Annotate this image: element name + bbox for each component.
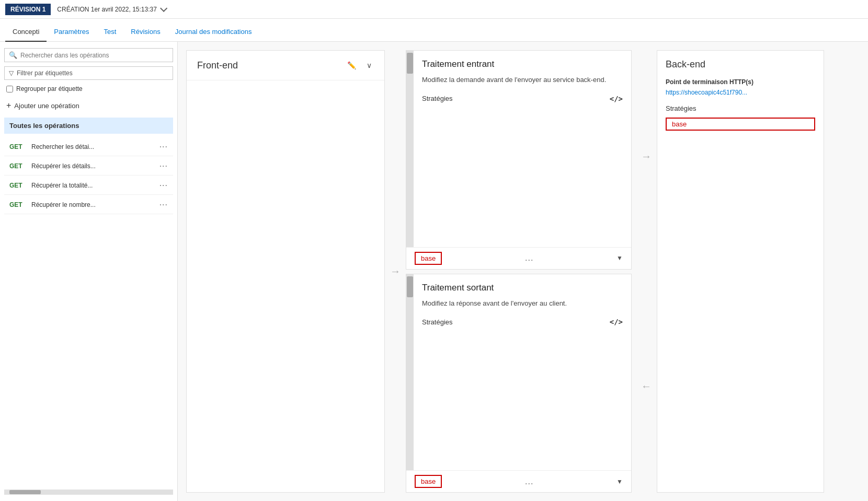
sidebar-scroll-thumb — [9, 490, 41, 494]
content-area: Front-end ✏️ ∨ → Traitement entrant Modi… — [178, 42, 868, 501]
tabs-bar: Concepti Paramètres Test Révisions Journ… — [0, 19, 868, 42]
inbound-base-badge[interactable]: base — [415, 252, 442, 265]
tab-revisions[interactable]: Révisions — [123, 22, 167, 42]
add-operation-button[interactable]: + Ajouter une opération — [4, 98, 173, 113]
op-name-4: Récupérer le nombre... — [31, 201, 154, 208]
inbound-scroll-thumb — [407, 53, 413, 74]
group-by-label: Regrouper par étiquette — [16, 85, 83, 92]
creation-info: CRÉATION 1er avril 2022, 15:13:37 — [57, 6, 165, 13]
op-name-1: Rechercher les détai... — [31, 143, 154, 150]
outbound-strategies-row: Stratégies </> — [422, 313, 623, 326]
inbound-content: Traitement entrant Modifiez la demande a… — [414, 51, 631, 247]
outbound-description: Modifiez la réponse avant de l'envoyer a… — [422, 298, 623, 309]
left-arrow-backend-icon: ← — [641, 380, 652, 392]
inbound-scroll-down-icon[interactable]: ▼ — [616, 254, 623, 262]
arrow-to-inbound: → — [385, 42, 406, 501]
backend-endpoint-url[interactable]: https://shoecoapic4c51f790... — [666, 89, 815, 96]
revision-badge: RÉVISION 1 — [5, 4, 51, 15]
backend-endpoint-label: Point de terminaison HTTP(s) — [666, 78, 815, 86]
table-row[interactable]: GET Récupérer le nombre... ··· — [4, 196, 173, 214]
edit-icon[interactable]: ✏️ — [345, 59, 358, 72]
outbound-dots[interactable]: ... — [525, 477, 533, 486]
backend-base-badge[interactable]: base — [666, 118, 815, 131]
outbound-scroll-area: Traitement sortant Modifiez la réponse a… — [406, 274, 631, 471]
all-operations-label[interactable]: Toutes les opérations — [4, 118, 173, 134]
inbound-title: Traitement entrant — [422, 59, 623, 69]
outbound-panel: Traitement sortant Modifiez la réponse a… — [406, 274, 632, 493]
processing-column: Traitement entrant Modifiez la demande a… — [406, 42, 636, 501]
op-method-4: GET — [9, 201, 26, 208]
search-box[interactable]: 🔍 — [4, 48, 173, 62]
right-arrow-icon: → — [390, 265, 401, 277]
backend-title: Back-end — [666, 59, 815, 70]
op-name-2: Récupérer les détails... — [31, 162, 154, 170]
group-by-checkbox[interactable] — [6, 86, 13, 92]
op-method-1: GET — [9, 143, 26, 150]
op-method-3: GET — [9, 182, 26, 189]
chevron-down-icon[interactable] — [160, 4, 167, 11]
op-dots-1[interactable]: ··· — [159, 142, 168, 152]
tab-journal[interactable]: Journal des modifications — [168, 22, 259, 42]
outbound-scrollbar[interactable] — [406, 274, 414, 471]
filter-icon: ▽ — [9, 69, 14, 77]
search-icon: 🔍 — [9, 51, 17, 59]
inbound-footer: base ... ▼ — [406, 247, 631, 269]
backend-panel: Back-end Point de terminaison HTTP(s) ht… — [657, 50, 824, 493]
frontend-header: Front-end ✏️ ∨ — [187, 51, 384, 80]
filter-label: Filtrer par étiquettes — [17, 69, 73, 77]
inbound-code-icon[interactable]: </> — [610, 95, 623, 103]
middle-arrows: → ← — [636, 42, 657, 501]
inbound-description: Modifiez la demande avant de l'envoyer a… — [422, 75, 623, 85]
plus-icon: + — [6, 101, 11, 110]
table-row[interactable]: GET Rechercher les détai... ··· — [4, 138, 173, 156]
arrow-left-from-backend: ← — [641, 272, 652, 502]
outbound-strategies-label: Stratégies — [422, 318, 453, 326]
op-name-3: Récupérer la totalité... — [31, 182, 154, 189]
search-input[interactable] — [20, 52, 168, 59]
outbound-content: Traitement sortant Modifiez la réponse a… — [414, 274, 631, 471]
inbound-dots[interactable]: ... — [525, 253, 533, 263]
op-dots-4[interactable]: ··· — [159, 200, 168, 209]
op-dots-2[interactable]: ··· — [159, 161, 168, 171]
main-layout: 🔍 ▽ Filtrer par étiquettes Regrouper par… — [0, 42, 868, 501]
outbound-footer: base ... ▼ — [406, 470, 631, 492]
sidebar-scrollbar[interactable] — [4, 490, 173, 495]
add-operation-label: Ajouter une opération — [14, 102, 79, 110]
op-dots-3[interactable]: ··· — [159, 181, 168, 190]
outbound-title: Traitement sortant — [422, 283, 623, 293]
tab-concepti[interactable]: Concepti — [5, 22, 47, 42]
creation-text: CRÉATION 1er avril 2022, 15:13:37 — [57, 6, 157, 13]
backend-strategies-label: Stratégies — [666, 104, 815, 112]
table-row[interactable]: GET Récupérer la totalité... ··· — [4, 177, 173, 195]
sidebar: 🔍 ▽ Filtrer par étiquettes Regrouper par… — [0, 42, 178, 501]
table-row[interactable]: GET Récupérer les détails... ··· — [4, 157, 173, 176]
operation-list: GET Rechercher les détai... ··· GET Récu… — [4, 138, 173, 214]
frontend-panel: Front-end ✏️ ∨ — [186, 50, 385, 493]
group-by-row: Regrouper par étiquette — [4, 84, 173, 94]
tab-parametres[interactable]: Paramètres — [47, 22, 96, 42]
outbound-scroll-thumb — [407, 276, 413, 297]
chevron-down-icon[interactable]: ∨ — [364, 59, 374, 72]
frontend-title: Front-end — [197, 60, 339, 71]
outbound-base-badge[interactable]: base — [415, 475, 442, 488]
filter-box[interactable]: ▽ Filtrer par étiquettes — [4, 66, 173, 80]
inbound-scroll-area: Traitement entrant Modifiez la demande a… — [406, 51, 631, 247]
right-arrow-backend-icon: → — [641, 150, 652, 162]
inbound-strategies-label: Stratégies — [422, 95, 453, 102]
outbound-scroll-down-icon[interactable]: ▼ — [616, 478, 623, 485]
top-bar: RÉVISION 1 CRÉATION 1er avril 2022, 15:1… — [0, 0, 868, 19]
inbound-scrollbar[interactable] — [406, 51, 414, 247]
outbound-code-icon[interactable]: </> — [610, 318, 623, 326]
tab-test[interactable]: Test — [97, 22, 124, 42]
arrow-right-to-backend: → — [641, 42, 652, 272]
op-method-2: GET — [9, 162, 26, 170]
inbound-panel: Traitement entrant Modifiez la demande a… — [406, 50, 632, 270]
inbound-strategies-row: Stratégies </> — [422, 90, 623, 103]
